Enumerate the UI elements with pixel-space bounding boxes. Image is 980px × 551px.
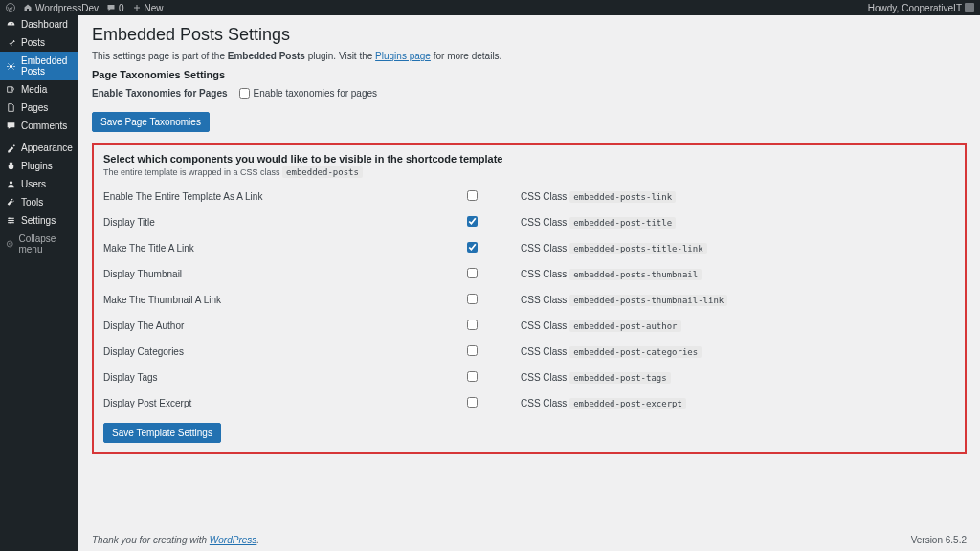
- sidebar-item-label: Pages: [21, 102, 48, 113]
- option-class-code: embedded-posts-title-link: [569, 243, 706, 254]
- admin-sidebar: DashboardPostsEmbedded PostsMediaPagesCo…: [0, 15, 78, 551]
- template-option-row: Make The Title A LinkCSS Class embedded-…: [103, 242, 955, 254]
- sidebar-item-label: Tools: [21, 197, 43, 208]
- sidebar-item-label: Plugins: [21, 161, 53, 171]
- option-class-cell: CSS Class embedded-post-title: [521, 217, 676, 228]
- option-class-cell: CSS Class embedded-post-tags: [521, 372, 671, 383]
- option-label: Display Thumbnail: [103, 269, 467, 279]
- option-checkbox[interactable]: [467, 242, 478, 253]
- option-checkbox[interactable]: [467, 216, 478, 227]
- sidebar-item-label: Embedded Posts: [21, 55, 73, 77]
- option-label: Display Title: [103, 217, 467, 228]
- option-checkbox[interactable]: [467, 268, 478, 278]
- site-name-link[interactable]: WordpressDev: [23, 3, 99, 13]
- new-label: New: [145, 3, 164, 13]
- sidebar-item-label: Settings: [21, 215, 56, 226]
- sidebar-item-posts[interactable]: Posts: [0, 33, 78, 52]
- sidebar-item-pages[interactable]: Pages: [0, 99, 78, 117]
- collapse-icon: [6, 239, 13, 249]
- save-taxonomies-button[interactable]: Save Page Taxonomies: [92, 112, 210, 132]
- taxonomy-checkbox-label[interactable]: Enable taxonomies for pages: [239, 88, 378, 99]
- option-class-code: embedded-post-author: [569, 320, 680, 332]
- option-class-code: embedded-post-title: [569, 217, 676, 229]
- template-option-row: Display TitleCSS Class embedded-post-tit…: [103, 216, 955, 229]
- footer: Thank you for creating with WordPress. V…: [92, 535, 967, 545]
- dashboard-icon: [6, 19, 16, 30]
- taxonomy-checkbox[interactable]: [239, 88, 250, 99]
- template-option-row: Enable The Entire Template As A LinkCSS …: [103, 190, 955, 203]
- adminbar-right: Howdy, CooperativeIT: [868, 3, 974, 13]
- sidebar-item-media[interactable]: Media: [0, 80, 78, 99]
- sidebar-item-settings[interactable]: Settings: [0, 211, 78, 230]
- plugins-page-link[interactable]: Plugins page: [375, 51, 431, 61]
- sidebar-item-plugins[interactable]: Plugins: [0, 157, 78, 175]
- wp-logo[interactable]: [6, 3, 15, 12]
- intro-text: This settings page is part of the Embedd…: [92, 51, 967, 61]
- option-checkbox[interactable]: [467, 190, 478, 201]
- sidebar-item-embedded-posts[interactable]: Embedded Posts: [0, 52, 78, 80]
- svg-point-8: [11, 220, 13, 222]
- comments-icon: [106, 3, 116, 12]
- option-label: Make The Title A Link: [103, 243, 467, 253]
- option-label: Display The Author: [103, 320, 467, 331]
- option-checkbox[interactable]: [467, 294, 478, 304]
- footer-thanks: Thank you for creating with WordPress.: [92, 535, 259, 545]
- template-option-row: Display CategoriesCSS Class embedded-pos…: [103, 345, 955, 358]
- comments-icon: [6, 121, 16, 131]
- sidebar-item-tools[interactable]: Tools: [0, 193, 78, 211]
- option-class-cell: CSS Class embedded-post-excerpt: [521, 398, 686, 408]
- template-subtext: The entire template is wrapped in a CSS …: [103, 167, 955, 177]
- sidebar-item-label: Comments: [21, 121, 67, 131]
- new-link[interactable]: New: [132, 3, 164, 13]
- comments-link[interactable]: 0: [106, 3, 124, 13]
- option-class-code: embedded-posts-thumbnail-link: [569, 295, 727, 306]
- pin-icon: [6, 37, 16, 48]
- template-heading: Select which components you would like t…: [103, 153, 955, 165]
- save-template-button[interactable]: Save Template Settings: [103, 423, 221, 443]
- option-class-cell: CSS Class embedded-post-categories: [521, 346, 702, 357]
- template-option-row: Display TagsCSS Class embedded-post-tags: [103, 371, 955, 384]
- option-class-code: embedded-post-tags: [569, 372, 671, 384]
- wordpress-link[interactable]: WordPress: [210, 535, 256, 545]
- template-settings-box: Select which components you would like t…: [92, 143, 967, 454]
- template-option-row: Display ThumbnailCSS Class embedded-post…: [103, 268, 955, 280]
- page-icon: [6, 102, 16, 113]
- sidebar-item-label: Dashboard: [21, 19, 68, 30]
- option-class-cell: CSS Class embedded-post-author: [521, 320, 681, 331]
- adminbar-left: WordpressDev 0 New: [6, 3, 164, 13]
- settings-icon: [6, 215, 16, 226]
- option-class-code: embedded-posts-thumbnail: [569, 269, 702, 280]
- template-option-row: Make The Thumbnail A LinkCSS Class embed…: [103, 294, 955, 306]
- option-checkbox[interactable]: [467, 371, 478, 382]
- template-option-row: Display The AuthorCSS Class embedded-pos…: [103, 320, 955, 332]
- sidebar-item-label: Posts: [21, 37, 45, 48]
- howdy-link[interactable]: Howdy, CooperativeIT: [868, 3, 974, 13]
- version-text: Version 6.5.2: [911, 535, 967, 545]
- collapse-menu[interactable]: Collapse menu: [0, 230, 78, 258]
- svg-point-1: [10, 64, 12, 67]
- option-checkbox[interactable]: [467, 345, 478, 356]
- option-class-code: embedded-posts-link: [569, 191, 676, 203]
- option-class-cell: CSS Class embedded-posts-thumbnail: [521, 269, 702, 279]
- sidebar-item-label: Media: [21, 84, 47, 95]
- option-class-code: embedded-post-excerpt: [569, 398, 686, 409]
- collapse-label: Collapse menu: [18, 233, 73, 254]
- sidebar-item-users[interactable]: Users: [0, 175, 78, 193]
- sidebar-item-comments[interactable]: Comments: [0, 117, 78, 135]
- sidebar-item-dashboard[interactable]: Dashboard: [0, 15, 78, 33]
- option-label: Make The Thumbnail A Link: [103, 295, 467, 305]
- taxonomy-label: Enable Taxonomies for Pages: [92, 88, 228, 99]
- comments-count: 0: [119, 3, 124, 13]
- site-name: WordpressDev: [35, 3, 99, 13]
- media-icon: [6, 84, 16, 95]
- option-class-cell: CSS Class embedded-posts-link: [521, 191, 676, 202]
- option-label: Display Tags: [103, 372, 467, 383]
- svg-point-9: [10, 222, 11, 224]
- sidebar-item-appearance[interactable]: Appearance: [0, 139, 78, 157]
- wrapper-class-code: embedded-posts: [282, 166, 363, 178]
- option-checkbox[interactable]: [467, 397, 478, 408]
- tools-icon: [6, 197, 16, 208]
- option-checkbox[interactable]: [467, 320, 478, 330]
- plus-icon: [132, 3, 142, 12]
- admin-bar: WordpressDev 0 New Howdy, CooperativeIT: [0, 0, 980, 15]
